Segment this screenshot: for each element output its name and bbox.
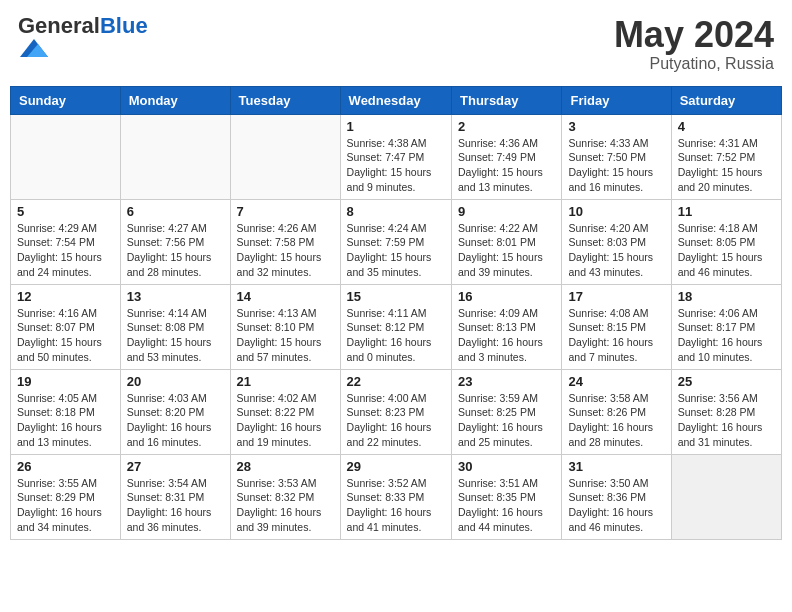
calendar-cell: 7Sunrise: 4:26 AMSunset: 7:58 PMDaylight… xyxy=(230,199,340,284)
day-info: Sunrise: 4:00 AMSunset: 8:23 PMDaylight:… xyxy=(347,391,445,450)
day-number: 14 xyxy=(237,289,334,304)
calendar-cell: 26Sunrise: 3:55 AMSunset: 8:29 PMDayligh… xyxy=(11,454,121,539)
calendar-cell: 18Sunrise: 4:06 AMSunset: 8:17 PMDayligh… xyxy=(671,284,781,369)
calendar-cell: 20Sunrise: 4:03 AMSunset: 8:20 PMDayligh… xyxy=(120,369,230,454)
logo-blue-text: Blue xyxy=(100,13,148,38)
day-number: 30 xyxy=(458,459,555,474)
day-info: Sunrise: 4:16 AMSunset: 8:07 PMDaylight:… xyxy=(17,306,114,365)
logo-general-text: General xyxy=(18,13,100,38)
calendar-cell xyxy=(230,114,340,199)
day-info: Sunrise: 4:20 AMSunset: 8:03 PMDaylight:… xyxy=(568,221,664,280)
day-info: Sunrise: 3:52 AMSunset: 8:33 PMDaylight:… xyxy=(347,476,445,535)
day-number: 17 xyxy=(568,289,664,304)
calendar-cell: 31Sunrise: 3:50 AMSunset: 8:36 PMDayligh… xyxy=(562,454,671,539)
day-info: Sunrise: 4:27 AMSunset: 7:56 PMDaylight:… xyxy=(127,221,224,280)
day-number: 29 xyxy=(347,459,445,474)
day-number: 26 xyxy=(17,459,114,474)
day-info: Sunrise: 3:59 AMSunset: 8:25 PMDaylight:… xyxy=(458,391,555,450)
day-info: Sunrise: 3:58 AMSunset: 8:26 PMDaylight:… xyxy=(568,391,664,450)
calendar-table: SundayMondayTuesdayWednesdayThursdayFrid… xyxy=(10,86,782,540)
day-number: 21 xyxy=(237,374,334,389)
weekday-header-sunday: Sunday xyxy=(11,86,121,114)
calendar-cell: 23Sunrise: 3:59 AMSunset: 8:25 PMDayligh… xyxy=(452,369,562,454)
weekday-header-saturday: Saturday xyxy=(671,86,781,114)
day-number: 24 xyxy=(568,374,664,389)
calendar-cell: 6Sunrise: 4:27 AMSunset: 7:56 PMDaylight… xyxy=(120,199,230,284)
day-info: Sunrise: 4:24 AMSunset: 7:59 PMDaylight:… xyxy=(347,221,445,280)
day-info: Sunrise: 3:54 AMSunset: 8:31 PMDaylight:… xyxy=(127,476,224,535)
calendar-cell: 28Sunrise: 3:53 AMSunset: 8:32 PMDayligh… xyxy=(230,454,340,539)
day-info: Sunrise: 3:50 AMSunset: 8:36 PMDaylight:… xyxy=(568,476,664,535)
day-info: Sunrise: 4:09 AMSunset: 8:13 PMDaylight:… xyxy=(458,306,555,365)
calendar-cell: 17Sunrise: 4:08 AMSunset: 8:15 PMDayligh… xyxy=(562,284,671,369)
day-info: Sunrise: 4:14 AMSunset: 8:08 PMDaylight:… xyxy=(127,306,224,365)
day-info: Sunrise: 3:53 AMSunset: 8:32 PMDaylight:… xyxy=(237,476,334,535)
day-info: Sunrise: 3:56 AMSunset: 8:28 PMDaylight:… xyxy=(678,391,775,450)
week-row-2: 5Sunrise: 4:29 AMSunset: 7:54 PMDaylight… xyxy=(11,199,782,284)
day-info: Sunrise: 4:06 AMSunset: 8:17 PMDaylight:… xyxy=(678,306,775,365)
weekday-header-row: SundayMondayTuesdayWednesdayThursdayFrid… xyxy=(11,86,782,114)
day-info: Sunrise: 4:08 AMSunset: 8:15 PMDaylight:… xyxy=(568,306,664,365)
calendar-cell xyxy=(120,114,230,199)
calendar-location: Putyatino, Russia xyxy=(614,55,774,73)
week-row-5: 26Sunrise: 3:55 AMSunset: 8:29 PMDayligh… xyxy=(11,454,782,539)
day-info: Sunrise: 4:26 AMSunset: 7:58 PMDaylight:… xyxy=(237,221,334,280)
weekday-header-friday: Friday xyxy=(562,86,671,114)
day-number: 9 xyxy=(458,204,555,219)
day-number: 15 xyxy=(347,289,445,304)
day-number: 23 xyxy=(458,374,555,389)
calendar-cell: 29Sunrise: 3:52 AMSunset: 8:33 PMDayligh… xyxy=(340,454,451,539)
calendar-cell: 11Sunrise: 4:18 AMSunset: 8:05 PMDayligh… xyxy=(671,199,781,284)
day-number: 28 xyxy=(237,459,334,474)
day-number: 19 xyxy=(17,374,114,389)
weekday-header-wednesday: Wednesday xyxy=(340,86,451,114)
day-number: 12 xyxy=(17,289,114,304)
calendar-cell: 14Sunrise: 4:13 AMSunset: 8:10 PMDayligh… xyxy=(230,284,340,369)
day-number: 11 xyxy=(678,204,775,219)
week-row-1: 1Sunrise: 4:38 AMSunset: 7:47 PMDaylight… xyxy=(11,114,782,199)
day-number: 31 xyxy=(568,459,664,474)
day-number: 27 xyxy=(127,459,224,474)
calendar-cell: 22Sunrise: 4:00 AMSunset: 8:23 PMDayligh… xyxy=(340,369,451,454)
day-number: 4 xyxy=(678,119,775,134)
day-number: 22 xyxy=(347,374,445,389)
calendar-cell: 1Sunrise: 4:38 AMSunset: 7:47 PMDaylight… xyxy=(340,114,451,199)
day-info: Sunrise: 4:11 AMSunset: 8:12 PMDaylight:… xyxy=(347,306,445,365)
day-number: 10 xyxy=(568,204,664,219)
day-number: 8 xyxy=(347,204,445,219)
calendar-cell: 27Sunrise: 3:54 AMSunset: 8:31 PMDayligh… xyxy=(120,454,230,539)
day-number: 16 xyxy=(458,289,555,304)
calendar-cell: 24Sunrise: 3:58 AMSunset: 8:26 PMDayligh… xyxy=(562,369,671,454)
day-info: Sunrise: 4:22 AMSunset: 8:01 PMDaylight:… xyxy=(458,221,555,280)
calendar-title: May 2024 xyxy=(614,15,774,55)
day-info: Sunrise: 4:03 AMSunset: 8:20 PMDaylight:… xyxy=(127,391,224,450)
day-number: 18 xyxy=(678,289,775,304)
calendar-cell: 12Sunrise: 4:16 AMSunset: 8:07 PMDayligh… xyxy=(11,284,121,369)
day-info: Sunrise: 4:29 AMSunset: 7:54 PMDaylight:… xyxy=(17,221,114,280)
calendar-cell: 3Sunrise: 4:33 AMSunset: 7:50 PMDaylight… xyxy=(562,114,671,199)
day-info: Sunrise: 3:55 AMSunset: 8:29 PMDaylight:… xyxy=(17,476,114,535)
day-info: Sunrise: 4:18 AMSunset: 8:05 PMDaylight:… xyxy=(678,221,775,280)
day-info: Sunrise: 4:13 AMSunset: 8:10 PMDaylight:… xyxy=(237,306,334,365)
day-number: 2 xyxy=(458,119,555,134)
calendar-cell: 19Sunrise: 4:05 AMSunset: 8:18 PMDayligh… xyxy=(11,369,121,454)
day-number: 7 xyxy=(237,204,334,219)
day-info: Sunrise: 4:31 AMSunset: 7:52 PMDaylight:… xyxy=(678,136,775,195)
title-block: May 2024 Putyatino, Russia xyxy=(614,15,774,73)
day-info: Sunrise: 4:38 AMSunset: 7:47 PMDaylight:… xyxy=(347,136,445,195)
day-info: Sunrise: 4:05 AMSunset: 8:18 PMDaylight:… xyxy=(17,391,114,450)
day-number: 1 xyxy=(347,119,445,134)
calendar-cell: 8Sunrise: 4:24 AMSunset: 7:59 PMDaylight… xyxy=(340,199,451,284)
day-number: 6 xyxy=(127,204,224,219)
page-header: GeneralBlue May 2024 Putyatino, Russia xyxy=(10,10,782,78)
calendar-cell: 16Sunrise: 4:09 AMSunset: 8:13 PMDayligh… xyxy=(452,284,562,369)
calendar-cell: 2Sunrise: 4:36 AMSunset: 7:49 PMDaylight… xyxy=(452,114,562,199)
day-info: Sunrise: 4:33 AMSunset: 7:50 PMDaylight:… xyxy=(568,136,664,195)
logo: GeneralBlue xyxy=(18,15,148,63)
calendar-cell: 15Sunrise: 4:11 AMSunset: 8:12 PMDayligh… xyxy=(340,284,451,369)
calendar-cell: 25Sunrise: 3:56 AMSunset: 8:28 PMDayligh… xyxy=(671,369,781,454)
day-number: 5 xyxy=(17,204,114,219)
calendar-cell: 30Sunrise: 3:51 AMSunset: 8:35 PMDayligh… xyxy=(452,454,562,539)
calendar-cell xyxy=(11,114,121,199)
week-row-3: 12Sunrise: 4:16 AMSunset: 8:07 PMDayligh… xyxy=(11,284,782,369)
